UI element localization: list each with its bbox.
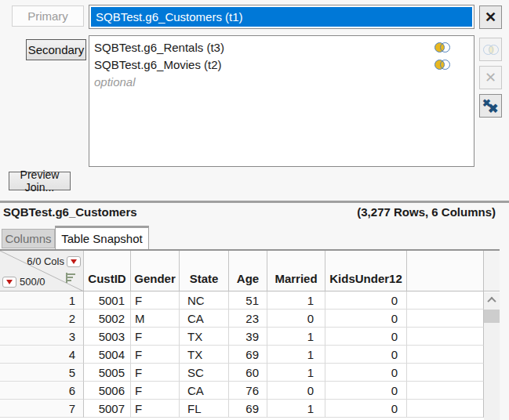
cell-kidsunder12: 0 (325, 310, 407, 328)
cell-custid: 5003 (84, 328, 131, 346)
red-triangle-icon (6, 280, 13, 284)
rows-count: 500/0 (20, 276, 45, 288)
scroll-up-button[interactable] (484, 292, 500, 307)
rows-menu-button[interactable] (2, 277, 16, 288)
primary-table-listbox[interactable]: SQBTest.g6_Customers (t1) (89, 5, 474, 29)
columns-count: 6/0 Cols (27, 255, 64, 267)
tab-table-snapshot[interactable]: Table Snapshot (55, 226, 149, 249)
section-separator (0, 201, 509, 203)
cell-kidsunder12: 0 (325, 364, 407, 382)
column-header-custid: CustID (84, 251, 131, 291)
red-triangle-icon (71, 259, 77, 264)
row-number: 1 (0, 291, 84, 310)
secondary-table-item[interactable]: SQBTest.g6_Rentals (t3) (89, 38, 474, 56)
cell-kidsunder12: 0 (325, 328, 407, 346)
cell-custid: 5005 (84, 364, 131, 382)
cell-married: 0 (267, 310, 325, 328)
cell-filler (407, 328, 484, 346)
primary-label-button: Primary (12, 5, 84, 27)
cell-kidsunder12: 0 (325, 400, 407, 418)
left-outer-join-venn-icon[interactable] (434, 42, 450, 52)
close-icon: ✕ (485, 10, 496, 24)
vertical-scrollbar[interactable] (484, 292, 500, 420)
cell-kidsunder12: 0 (325, 346, 407, 364)
row-number: 3 (0, 328, 84, 346)
chevron-up-icon (487, 296, 496, 305)
column-header-married: Married (267, 251, 325, 291)
secondary-label-button[interactable]: Secondary (26, 39, 86, 60)
remove-primary-table-button[interactable]: ✕ (479, 5, 502, 29)
table-row: 5 5005 F SC 60 1 0 (0, 364, 500, 382)
columns-menu-button[interactable] (67, 256, 81, 267)
cell-age: 23 (229, 310, 267, 328)
cell-state: CA (180, 382, 229, 400)
snapshot-table: 6/0 Cols 500/0 CustID Gender State Age M… (0, 249, 500, 420)
secondary-tables-listbox[interactable]: SQBTest.g6_Rentals (t3) SQBTest.g6_Movie… (89, 35, 474, 167)
column-header-age: Age (229, 251, 267, 291)
cell-kidsunder12: 0 (325, 382, 407, 400)
cell-gender: F (131, 346, 180, 364)
cell-state: TX (180, 328, 229, 346)
secondary-table-name: SQBTest.g6_Movies (t2) (94, 58, 222, 71)
cell-filler (407, 291, 484, 310)
row-number: 5 (0, 364, 84, 382)
column-header-gender: Gender (131, 251, 180, 291)
cell-kidsunder12: 0 (325, 291, 407, 310)
cell-state: TX (180, 346, 229, 364)
cell-gender: F (131, 364, 180, 382)
cell-filler (407, 400, 484, 418)
left-outer-join-venn-icon[interactable] (434, 60, 450, 70)
cell-age: 76 (229, 382, 267, 400)
row-number: 6 (0, 382, 84, 400)
cell-state: SC (180, 364, 229, 382)
table-row: 2 5002 M CA 23 0 0 (0, 310, 500, 328)
column-header-state: State (180, 251, 229, 291)
cell-age: 69 (229, 400, 267, 418)
cell-age: 39 (229, 328, 267, 346)
preview-join-button[interactable]: Preview Join... (9, 172, 71, 190)
optional-placeholder: optional (89, 73, 474, 90)
table-corner: 6/0 Cols 500/0 (0, 251, 84, 291)
cell-state: NC (180, 291, 229, 310)
cell-custid: 5001 (84, 291, 131, 310)
cell-state: FL (180, 400, 229, 418)
close-icon: ✕ (485, 71, 496, 85)
double-x-icon: ✖✖ (480, 95, 501, 117)
cell-married: 1 (267, 346, 325, 364)
row-number: 4 (0, 346, 84, 364)
cell-married: 0 (267, 382, 325, 400)
column-header-filler (407, 251, 484, 291)
cell-gender: F (131, 382, 180, 400)
scrollbar-thumb[interactable] (484, 310, 500, 323)
secondary-table-item[interactable]: SQBTest.g6_Movies (t2) (89, 56, 474, 73)
selected-primary-table[interactable]: SQBTest.g6_Customers (t1) (91, 7, 472, 27)
cell-gender: F (131, 291, 180, 310)
table-summary: (3,277 Rows, 6 Columns) (357, 205, 496, 219)
row-number: 7 (0, 400, 84, 418)
column-header-kidsunder12: KidsUnder12 (325, 251, 407, 291)
row-number: 2 (0, 310, 84, 328)
cell-age: 51 (229, 291, 267, 310)
table-row: 4 5004 F TX 69 1 0 (0, 346, 500, 364)
cell-custid: 5002 (84, 310, 131, 328)
table-row: 1 5001 F NC 51 1 0 (0, 291, 500, 310)
cell-married: 1 (267, 400, 325, 418)
cell-married: 1 (267, 328, 325, 346)
cell-age: 69 (229, 346, 267, 364)
remove-join-button: ✕ (479, 66, 502, 89)
cell-filler (407, 364, 484, 382)
cell-filler (407, 382, 484, 400)
cell-gender: F (131, 328, 180, 346)
cell-married: 1 (267, 291, 325, 310)
cell-state: CA (180, 310, 229, 328)
tab-columns[interactable]: Columns (2, 229, 55, 248)
cell-gender: F (131, 400, 180, 418)
venn-join-icon (483, 45, 499, 55)
cell-custid: 5006 (84, 382, 131, 400)
cell-custid: 5004 (84, 346, 131, 364)
table-row: 6 5006 F CA 76 0 0 (0, 382, 500, 400)
clear-all-joins-button[interactable]: ✖✖ (479, 94, 502, 118)
table-title: SQBTest.g6_Customers (3, 205, 137, 219)
cell-custid: 5007 (84, 400, 131, 418)
cell-filler (407, 310, 484, 328)
